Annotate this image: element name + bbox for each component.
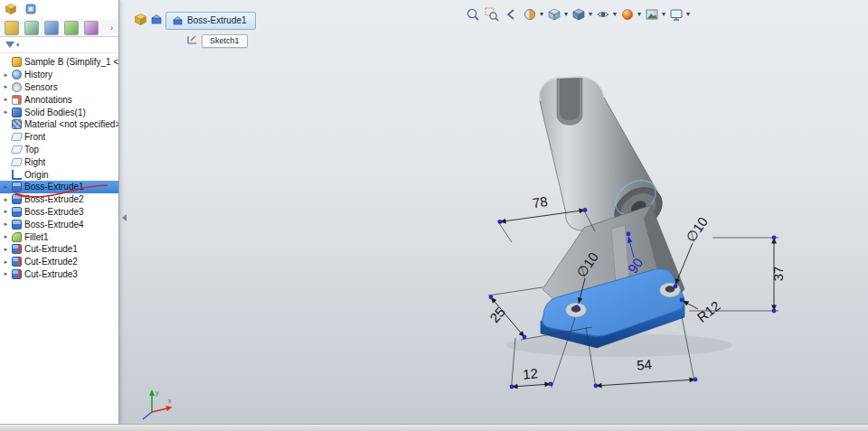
dimension-top-width[interactable]: 78	[532, 193, 549, 211]
tree-item-boss-extrude1[interactable]: ▸ Boss-Extrude1	[0, 181, 118, 193]
dimension-left-depth[interactable]: 25	[486, 304, 508, 325]
tree-item-label: Solid Bodies(1)	[24, 108, 86, 117]
chevron-right-icon[interactable]: ▸	[3, 71, 9, 79]
tree-item-fillet1[interactable]: ▸ Fillet1	[0, 230, 118, 243]
chevron-down-icon[interactable]: ▾	[686, 11, 690, 18]
cut-extrude-icon	[12, 244, 22, 254]
plane-icon	[11, 158, 24, 166]
tree-item-material-not-specified[interactable]: ▸ Material <not specified>	[0, 118, 118, 131]
tree-item-cut-extrude1[interactable]: ▸ Cut-Extrude1	[0, 243, 118, 256]
chevron-right-icon[interactable]: ▸	[3, 96, 9, 103]
zoom-fit-icon[interactable]	[465, 6, 481, 23]
boss-extrude-icon	[12, 194, 22, 204]
manager-tabs: ›	[0, 19, 118, 37]
chevron-right-icon[interactable]: ▸	[3, 246, 9, 253]
tree-item-front[interactable]: ▸ Front	[0, 131, 118, 144]
tree-item-label: Boss-Extrude4	[24, 220, 84, 230]
part-document-icon[interactable]	[134, 13, 147, 30]
tree-item-label: Cut-Extrude1	[24, 244, 78, 254]
tree-item-top[interactable]: ▸ Top	[0, 144, 118, 156]
origin-icon	[12, 170, 22, 180]
dimxpert-manager-icon[interactable]	[64, 21, 79, 35]
tree-item-cut-extrude3[interactable]: ▸ Cut-Extrude3	[0, 268, 118, 281]
chevron-down-icon[interactable]: ▾	[637, 11, 641, 18]
sketch-icon[interactable]	[186, 33, 198, 49]
tree-item-annotations[interactable]: ▸ Annotations	[0, 93, 118, 106]
fillet-icon	[12, 232, 22, 242]
tree-item-right[interactable]: ▸ Right	[0, 155, 118, 168]
tab-boss-extrude1[interactable]: Boss-Extrude1	[165, 12, 256, 30]
tree-item-label: Boss-Extrude3	[24, 207, 84, 217]
dimension-corner-radius[interactable]: R12	[694, 297, 723, 324]
chevron-down-icon[interactable]: ▾	[16, 42, 20, 49]
tree-item-origin[interactable]: ▸ Origin	[0, 168, 118, 181]
chevron-right-icon[interactable]: ▸	[3, 220, 9, 228]
dimension-bottom-offset[interactable]: 12	[522, 365, 538, 381]
filter-funnel-icon[interactable]	[5, 42, 14, 48]
tree-item-label: Sensors	[24, 82, 58, 92]
chevron-right-icon[interactable]: ▸	[3, 208, 9, 215]
headsup-view-toolbar: ▾ ▾ ▾ ▾ ▾ ▾ ▾	[465, 6, 690, 23]
feature-manager-icon[interactable]	[5, 21, 19, 35]
chevron-right-icon[interactable]: ▸	[3, 108, 9, 116]
chevron-down-icon[interactable]: ▾	[564, 11, 568, 18]
filter-row: ▾	[0, 37, 118, 53]
link-document-icon[interactable]	[24, 3, 37, 19]
edit-appearance-icon[interactable]	[619, 6, 636, 23]
tree-item-cut-extrude2[interactable]: ▸ Cut-Extrude2	[0, 256, 118, 268]
tree-item-history[interactable]: ▸ History	[0, 69, 118, 81]
dimension-right-height[interactable]: 37	[770, 267, 786, 282]
panel-collapse-arrow[interactable]	[119, 211, 129, 224]
chevron-right-icon[interactable]: ▸	[3, 258, 9, 266]
boss-extrude-icon	[12, 207, 22, 217]
tree-item-boss-extrude3[interactable]: ▸ Boss-Extrude3	[0, 206, 118, 219]
tree-item-label: Boss-Extrude2	[24, 194, 84, 204]
view-settings-icon[interactable]	[668, 6, 684, 23]
annotations-icon	[12, 95, 22, 105]
chevron-down-icon[interactable]: ▾	[540, 11, 543, 18]
feature-tree: ▸ Sample B (Simplify_1 <Display ▸ Histor…	[0, 53, 118, 425]
zoom-area-icon[interactable]	[484, 6, 500, 23]
feature-breadcrumb-bar: Boss-Extrude1	[134, 12, 256, 30]
configuration-manager-icon[interactable]	[44, 21, 59, 35]
chevron-down-icon[interactable]: ▾	[662, 11, 665, 18]
boss-extrude-icon	[12, 220, 22, 230]
display-manager-icon[interactable]	[84, 21, 99, 35]
previous-view-icon[interactable]	[503, 6, 519, 23]
chevron-right-icon[interactable]: ▸	[3, 183, 9, 191]
property-manager-icon[interactable]	[24, 21, 39, 35]
tree-item-solid-bodies-1[interactable]: ▸ Solid Bodies(1)	[0, 106, 118, 118]
base-hole-right[interactable]	[660, 283, 681, 297]
view-orientation-icon[interactable]	[546, 6, 562, 23]
chevron-right-icon[interactable]: ▸	[3, 196, 9, 203]
dimension-bottom-width[interactable]: 54	[636, 356, 652, 372]
apply-scene-icon[interactable]	[644, 6, 660, 23]
chevron-down-icon[interactable]: ▾	[613, 11, 617, 18]
tree-item-label: Boss-Extrude1	[24, 182, 84, 192]
tabs-overflow-chevron[interactable]: ›	[108, 23, 116, 33]
tree-item-boss-extrude4[interactable]: ▸ Boss-Extrude4	[0, 218, 118, 230]
chevron-right-icon[interactable]: ▸	[3, 233, 9, 240]
base-hole-left[interactable]	[566, 303, 587, 317]
viewport-3d[interactable]: 78 ∅10 ∅10 90 37 25 R12 12 54	[0, 0, 868, 425]
tree-item-label: Cut-Extrude2	[24, 257, 78, 267]
dimension-right-hole-dia[interactable]: ∅10	[683, 214, 711, 245]
tree-item-label: Top	[24, 145, 39, 155]
model-canvas[interactable]: 78 ∅10 ∅10 90 37 25 R12 12 54	[0, 0, 868, 431]
status-bar	[0, 424, 868, 431]
display-style-icon[interactable]	[571, 6, 587, 23]
part-document-icon[interactable]	[5, 3, 17, 19]
tree-item-boss-extrude2[interactable]: ▸ Boss-Extrude2	[0, 193, 118, 206]
section-view-icon[interactable]	[522, 6, 538, 23]
tree-item-label: Annotations	[24, 95, 72, 105]
chevron-right-icon[interactable]: ▸	[3, 83, 9, 90]
chevron-right-icon[interactable]: ▸	[3, 270, 9, 277]
part-icon	[12, 57, 22, 67]
tree-item-label: Fillet1	[24, 232, 49, 242]
chevron-down-icon[interactable]: ▾	[589, 11, 592, 18]
feature-icon[interactable]	[150, 13, 163, 29]
tree-item-sample-b-simplify-1-display[interactable]: ▸ Sample B (Simplify_1 <Display	[0, 56, 118, 69]
hide-show-items-icon[interactable]	[595, 6, 611, 23]
breadcrumb-sketch1[interactable]: Sketch1	[202, 34, 248, 48]
tree-item-sensors[interactable]: ▸ Sensors	[0, 81, 118, 94]
